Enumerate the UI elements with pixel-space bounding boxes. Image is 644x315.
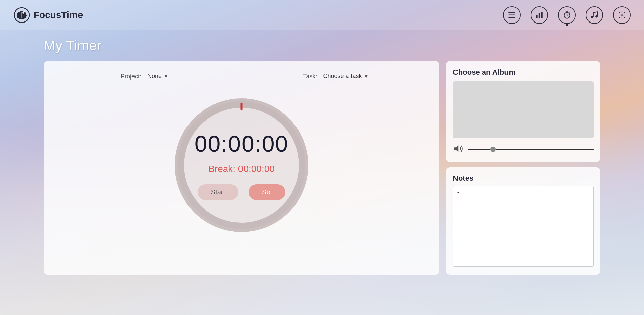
page-title: My Timer bbox=[0, 30, 644, 61]
nav-settings-btn[interactable] bbox=[613, 6, 631, 24]
svg-point-16 bbox=[591, 16, 593, 18]
svg-point-18 bbox=[621, 14, 623, 16]
project-dropdown[interactable]: None ▼ bbox=[145, 71, 171, 81]
navbar: FocusTime bbox=[0, 0, 644, 30]
project-value: None bbox=[147, 73, 162, 80]
main-content: Project: None ▼ Task: Choose a task ▼ bbox=[0, 61, 644, 275]
svg-rect-10 bbox=[541, 12, 542, 18]
logo-icon bbox=[13, 7, 30, 24]
timer-nav-icon bbox=[562, 11, 571, 19]
break-display: Break: 00:00:00 bbox=[208, 164, 275, 174]
notes-panel: Notes • bbox=[446, 167, 600, 275]
svg-rect-8 bbox=[536, 15, 537, 18]
task-row: Task: Choose a task ▼ bbox=[248, 71, 426, 81]
timer-display: 00:00:00 bbox=[195, 131, 289, 157]
set-button[interactable]: Set bbox=[249, 184, 285, 200]
album-art-placeholder bbox=[453, 81, 594, 138]
svg-rect-14 bbox=[566, 11, 568, 12]
volume-slider[interactable] bbox=[468, 149, 594, 150]
settings-icon bbox=[618, 11, 626, 19]
project-row: Project: None ▼ bbox=[57, 71, 235, 81]
svg-rect-7 bbox=[508, 17, 515, 18]
project-arrow-icon: ▼ bbox=[164, 74, 168, 79]
svg-marker-22 bbox=[454, 145, 459, 152]
svg-rect-6 bbox=[508, 14, 515, 15]
timer-controls-row: Project: None ▼ Task: Choose a task ▼ bbox=[57, 71, 426, 81]
task-value: Choose a task bbox=[323, 73, 362, 80]
nav-icons bbox=[503, 6, 631, 24]
timer-panel: Project: None ▼ Task: Choose a task ▼ bbox=[44, 61, 439, 275]
timer-circle-container: 00:00:00 Break: 00:00:00 Start Set bbox=[168, 91, 315, 239]
chart-icon bbox=[535, 11, 544, 19]
timer-buttons: Start Set bbox=[198, 184, 285, 200]
logo: FocusTime bbox=[13, 7, 83, 24]
notes-textarea[interactable]: • bbox=[453, 186, 594, 267]
list-icon bbox=[507, 11, 516, 19]
nav-music-btn[interactable] bbox=[586, 6, 603, 24]
break-label: Break: bbox=[208, 164, 235, 174]
nav-chart-btn[interactable] bbox=[531, 6, 548, 24]
app-name: FocusTime bbox=[34, 10, 83, 20]
svg-rect-9 bbox=[539, 13, 540, 18]
album-panel: Choose an Album bbox=[446, 61, 600, 162]
task-arrow-icon: ▼ bbox=[364, 74, 369, 79]
svg-line-15 bbox=[570, 12, 570, 12]
notes-title: Notes bbox=[453, 174, 594, 183]
project-label: Project: bbox=[121, 73, 141, 80]
music-icon bbox=[590, 11, 599, 19]
right-panel: Choose an Album Notes • bbox=[446, 61, 600, 275]
timer-inner: 00:00:00 Break: 00:00:00 Start Set bbox=[195, 131, 289, 200]
volume-thumb[interactable] bbox=[490, 147, 496, 152]
svg-point-17 bbox=[595, 15, 598, 18]
volume-icon bbox=[453, 144, 463, 155]
nav-timer-btn[interactable] bbox=[558, 6, 576, 24]
volume-row bbox=[453, 144, 594, 155]
task-label: Task: bbox=[303, 73, 317, 80]
start-button[interactable]: Start bbox=[198, 184, 238, 200]
album-title: Choose an Album bbox=[453, 68, 594, 77]
task-dropdown[interactable]: Choose a task ▼ bbox=[321, 71, 371, 81]
svg-point-11 bbox=[564, 12, 570, 18]
break-time: 00:00:00 bbox=[238, 164, 275, 174]
svg-rect-5 bbox=[508, 12, 515, 13]
nav-list-btn[interactable] bbox=[503, 6, 521, 24]
